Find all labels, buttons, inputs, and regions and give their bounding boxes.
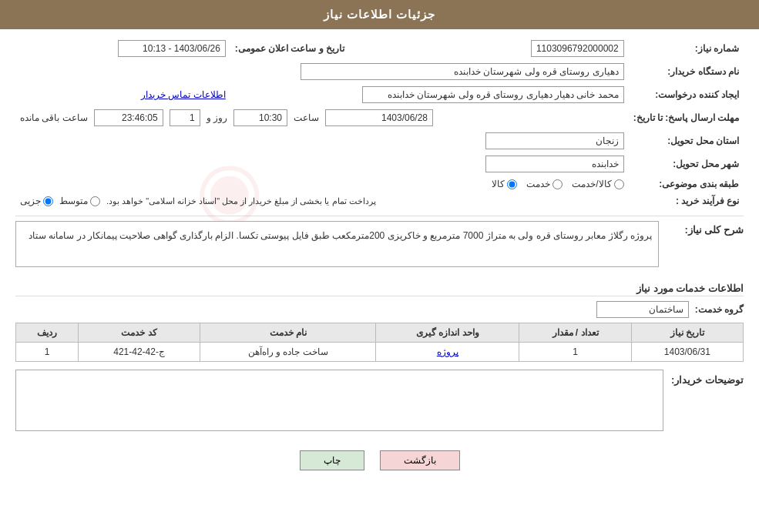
city-value: خدابنده (485, 156, 624, 172)
radio-kala-khadamat[interactable] (614, 179, 624, 189)
category-kala-khadamat-label: کالا/خدمت (572, 179, 611, 189)
service-group-value: ساختمان (596, 301, 689, 318)
category-kala-label: کالا (492, 179, 505, 189)
page-title: جزئیات اطلاعات نیاز (324, 8, 435, 21)
col-date: تاریخ نیاز (631, 323, 743, 343)
reply-remaining-label: ساعت باقی مانده (20, 112, 88, 123)
purchase-warning: پرداخت تمام یا بخشی از مبلغ خریدار از مح… (106, 196, 376, 206)
buyer-name-label: نام دستگاه خریدار: (629, 60, 744, 83)
cell-date: 1403/06/31 (631, 343, 743, 362)
purchase-type-jozvi[interactable]: جزیی (20, 196, 53, 206)
reply-days: 1 (170, 109, 200, 126)
cell-service-name: ساخت جاده و راه‌آهن (200, 343, 376, 362)
radio-jozvi[interactable] (43, 196, 53, 206)
col-count: تعداد / مقدار (519, 323, 631, 343)
radio-khadamat[interactable] (552, 179, 563, 189)
reply-time-label: ساعت (294, 112, 319, 123)
category-khadamat[interactable]: خدمت (526, 179, 563, 189)
reply-time: 10:30 (233, 109, 287, 126)
reply-remaining: 23:46:05 (94, 109, 163, 126)
category-kala[interactable]: کالا (492, 179, 517, 189)
col-row-num: ردیف (16, 323, 79, 343)
province-value: زنجان (485, 132, 624, 149)
back-button[interactable]: بازگشت (380, 450, 460, 470)
table-row: 1403/06/31 1 پروژه ساخت جاده و راه‌آهن ج… (16, 343, 744, 362)
announce-date-label: تاریخ و ساعت اعلان عمومی: (230, 37, 349, 60)
category-kala-khadamat[interactable]: کالا/خدمت (572, 179, 623, 189)
creator-label: ایجاد کننده درخواست: (629, 83, 744, 106)
col-service-code: کد خدمت (79, 323, 200, 343)
category-label: طبقه بندی موضوعی: (629, 176, 744, 192)
need-number-label: شماره نیاز: (629, 37, 744, 60)
cell-count: 1 (519, 343, 631, 362)
purchase-type-motavaset[interactable]: متوسط (59, 196, 100, 206)
purchase-type-jozvi-label: جزیی (20, 196, 41, 206)
city-label: شهر محل تحویل: (629, 152, 744, 176)
purchase-type-motavaset-label: متوسط (59, 196, 88, 206)
buyer-desc-label: توضیحات خریدار: (671, 370, 744, 386)
reply-day-label: روز و (207, 112, 227, 123)
services-section-label: اطلاعات خدمات مورد نیاز (15, 278, 744, 296)
reply-deadline-label: مهلت ارسال پاسخ: تا تاریخ: (629, 106, 744, 129)
service-group-label: گروه خدمت: (695, 304, 744, 315)
cell-service-code: ج-42-42-421 (79, 343, 200, 362)
need-number-value: 1103096792000002 (531, 40, 624, 57)
print-button[interactable]: چاپ (300, 450, 364, 470)
reply-date: 1403/06/28 (325, 109, 433, 126)
need-desc-label: شرح کلی نیاز: (667, 221, 744, 236)
province-label: استان محل تحویل: (629, 129, 744, 152)
contact-link[interactable]: اطلاعات تماس خریدار (141, 89, 226, 100)
purchase-type-label: نوع فرآیند خرید : (629, 192, 744, 209)
buyer-name-value: دهیاری روستای قره ولی شهرستان خدابنده (301, 63, 624, 80)
col-unit: واحد اندازه گیری (376, 323, 519, 343)
cell-row-num: 1 (16, 343, 79, 362)
radio-kala[interactable] (507, 179, 517, 189)
radio-motavaset[interactable] (90, 196, 100, 206)
announce-date-value: 1403/06/26 - 10:13 (118, 40, 226, 57)
creator-value: محمد خانی دهیار دهیاری روستای قره ولی شه… (362, 86, 624, 103)
col-service-name: نام خدمت (200, 323, 376, 343)
category-khadamat-label: خدمت (526, 179, 550, 189)
page-header: جزئیات اطلاعات نیاز (0, 0, 759, 29)
need-desc-value: پروژه رگلاژ معابر روستای قره ولی به مترا… (15, 221, 659, 267)
cell-unit[interactable]: پروژه (376, 343, 519, 362)
buyer-desc-textarea[interactable] (15, 370, 663, 431)
